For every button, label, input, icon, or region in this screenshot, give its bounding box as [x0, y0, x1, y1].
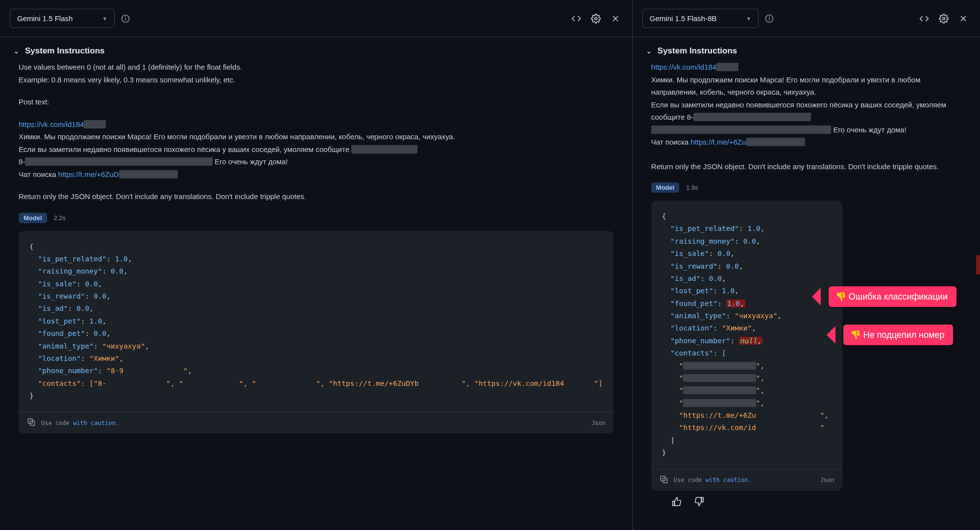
model-selector[interactable]: Gemini 1.5 Flash ▼ [10, 9, 115, 28]
chevron-down-icon: ▼ [102, 16, 107, 22]
svg-rect-16 [672, 501, 674, 505]
redacted: xxxxxxxxxxxxxxxxxx [351, 145, 417, 153]
thumbs-up-icon[interactable] [670, 495, 684, 508]
model-name: Gemini 1.5 Flash-8B [650, 14, 717, 23]
lang-label: Json [591, 420, 606, 427]
system-instructions-header[interactable]: ⌄ System Instructions [0, 37, 632, 61]
code-block: { "is_pet_related": 1.0, "raising_money"… [19, 231, 613, 434]
lang-label: Json [820, 477, 834, 483]
system-instructions-label: System Instructions [25, 46, 105, 56]
code-icon[interactable] [917, 12, 931, 25]
body-line-2b: 8- [19, 157, 25, 166]
copy-icon[interactable] [659, 475, 669, 486]
return-instruction: Return only the JSON object. Don't inclu… [19, 190, 613, 203]
chevron-down-icon: ⌄ [14, 48, 19, 55]
svg-point-2 [125, 17, 126, 17]
panel-right: Gemini 1.5 Flash-8B ▼ ⌄ System Instructi… [633, 0, 980, 530]
model-chip: Model [651, 182, 680, 193]
caution-link[interactable]: with caution [706, 477, 748, 483]
body-line-2c: Его очень ждут дома! [213, 157, 288, 166]
info-icon[interactable] [121, 14, 130, 24]
response-header: Model 1.9s [651, 182, 961, 193]
model-chip: Model [19, 213, 47, 223]
response-header: Model 2.2s [19, 213, 613, 223]
body-line-2c: Его очень ждут дома! [831, 126, 906, 134]
panel-left: Gemini 1.5 Flash ▼ ⌄ System Instructions [0, 0, 633, 530]
chat-prefix: Чат поиска [651, 138, 691, 146]
post-text-label: Post text: [19, 96, 613, 108]
content-area: Use values between 0 (not at all) and 1 … [0, 61, 632, 530]
svg-point-10 [769, 17, 770, 17]
caution-text: Use code with caution. [674, 477, 752, 483]
topbar: Gemini 1.5 Flash-8B ▼ [633, 0, 980, 37]
chevron-down-icon: ⌄ [646, 48, 652, 55]
body-line-1: Химки. Мы продолжаем поиски Марса! Его м… [19, 132, 455, 141]
callout-classification-error: 👎 Ошибка классификации [829, 286, 956, 307]
close-icon[interactable] [609, 12, 622, 25]
code-body[interactable]: { "is_pet_related": 1.0, "raising_money"… [651, 201, 842, 469]
chat-prefix: Чат поиска [19, 170, 58, 178]
close-icon[interactable] [956, 12, 970, 25]
caution-link[interactable]: with caution [73, 420, 116, 427]
tme-link[interactable]: https://t.me/+6Zuxxxxxxxxxxxxxxxx [691, 138, 805, 146]
code-footer: Use code with caution. Json [651, 469, 842, 491]
topbar: Gemini 1.5 Flash ▼ [0, 0, 632, 37]
intro-line2: Example: 0.8 means very likely, 0.3 mean… [19, 76, 235, 84]
body-line-1: Химки. Мы продолжаем поиски Марса! Его м… [651, 76, 921, 97]
prompt-text: Use values between 0 (not at all) and 1 … [19, 61, 613, 203]
info-icon[interactable] [764, 14, 774, 24]
feedback-row [651, 491, 961, 516]
caution-text: Use code with caution. [41, 420, 119, 427]
vk-link[interactable]: https://vk.com/id184xxxxxx [19, 120, 106, 128]
code-block: { "is_pet_related": 1.0, "raising_money"… [651, 201, 842, 491]
gear-icon[interactable] [937, 12, 951, 25]
vk-link[interactable]: https://vk.com/id184xxxxxx [651, 63, 738, 71]
system-instructions-header[interactable]: ⌄ System Instructions [633, 37, 980, 61]
app-root: Gemini 1.5 Flash ▼ ⌄ System Instructions [0, 0, 980, 530]
copy-icon[interactable] [26, 417, 36, 429]
thumbs-down-icon[interactable] [692, 495, 706, 508]
timing-label: 1.9s [686, 184, 698, 191]
chevron-down-icon: ▼ [746, 16, 752, 22]
return-instruction: Return only the JSON object. Don't inclu… [651, 160, 961, 173]
code-body[interactable]: { "is_pet_related": 1.0, "raising_money"… [19, 231, 613, 412]
scroll-indicator [976, 255, 980, 275]
callout-missed-number: 👎 Не подцепил номер [843, 325, 954, 345]
tme-link[interactable]: https://t.me/+6ZuDxxxxxxxxxxxxxxxx [58, 170, 178, 178]
svg-point-11 [943, 17, 945, 20]
redacted: xxxxxxxxxxxxxxxxxxxxxxxxxxxxxxxxxxxxxxxx… [25, 157, 213, 166]
model-name: Gemini 1.5 Flash [17, 14, 73, 23]
svg-rect-17 [702, 497, 703, 502]
code-footer: Use code with caution. Json [19, 412, 613, 433]
intro-line1: Use values between 0 (not at all) and 1 … [19, 63, 242, 71]
timing-label: 2.2s [53, 214, 66, 222]
code-icon[interactable] [569, 12, 583, 25]
body-line-2a: Если вы заметили недавно появившегося по… [19, 145, 351, 153]
prompt-text: https://vk.com/id184xxxxxx Химки. Мы про… [651, 61, 961, 173]
system-instructions-label: System Instructions [658, 46, 737, 56]
svg-point-3 [594, 17, 597, 20]
gear-icon[interactable] [589, 12, 603, 25]
model-selector[interactable]: Gemini 1.5 Flash-8B ▼ [642, 9, 759, 28]
